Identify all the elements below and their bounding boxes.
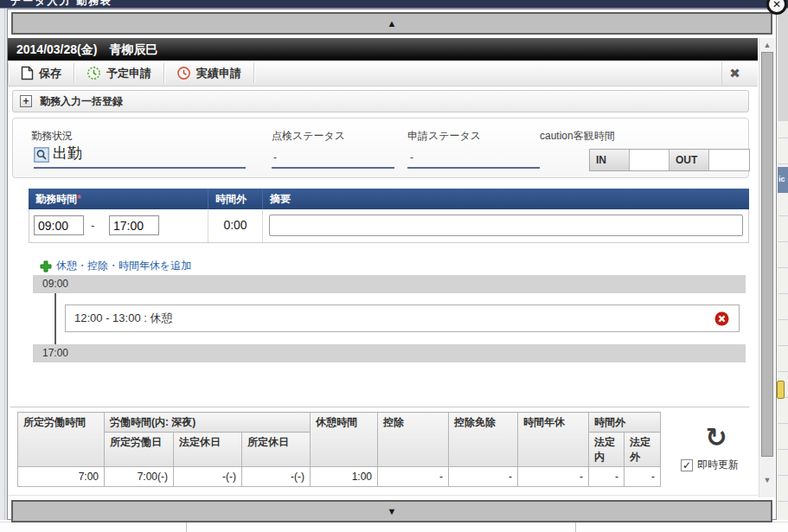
timeline-end-bar: 17:00	[33, 344, 746, 362]
save-button[interactable]: 保存	[9, 61, 74, 86]
break-item-label: 12:00 - 13:00 : 休憩	[74, 311, 172, 326]
check-status-underline	[272, 167, 394, 169]
out-value-cell	[709, 150, 749, 170]
col-legal-out: 法定外	[625, 433, 661, 467]
immediate-update-label: 即時更新	[697, 458, 739, 472]
actual-apply-label: 実績申請	[196, 66, 241, 81]
background-left-strip	[0, 9, 7, 520]
val-deduction: -	[378, 467, 449, 487]
actual-apply-button[interactable]: 実績申請	[164, 61, 253, 86]
timeline-start-label: 09:00	[42, 278, 68, 290]
scrollbar-thumb[interactable]	[761, 52, 773, 457]
required-mark: *	[77, 193, 81, 205]
check-icon: ✓	[682, 459, 691, 471]
out-header: OUT	[669, 150, 709, 170]
add-plus-icon	[40, 260, 52, 272]
col-hourly-leave: 時間年休	[518, 413, 589, 467]
close-x-glyph: ✕	[772, 0, 781, 10]
check-status-label: 点検ステータス	[272, 129, 345, 144]
col-deduction: 控除	[378, 413, 449, 467]
apply-status-value: -	[410, 151, 413, 163]
expand-icon[interactable]: +	[20, 95, 32, 107]
in-header: IN	[590, 150, 630, 170]
summary-table: 所定労働時間 労働時間(内: 深夜) 休憩時間 控除 控除免除 時間年休 時間外…	[17, 412, 661, 487]
dialog-close-button[interactable]: ✖	[721, 62, 747, 85]
val-scheduled-work-time: 7:00	[18, 467, 105, 487]
val-scheduled-work-day: 7:00(-)	[105, 467, 174, 487]
work-status-label: 勤務状況	[31, 129, 73, 144]
work-time-header: 勤務時間*	[29, 189, 208, 209]
val-legal-holiday: -(-)	[174, 467, 242, 487]
background-header-text: データ入力 勤務表	[10, 0, 112, 9]
content-bottom-border	[8, 495, 758, 496]
bulk-entry-section: + 勤務入力一括登録	[12, 90, 749, 112]
end-time-input[interactable]	[109, 215, 159, 235]
refresh-icon[interactable]: ↻	[701, 422, 732, 452]
bulk-entry-label: 勤務入力一括登録	[40, 94, 123, 109]
background-blue-cell: ic	[778, 167, 788, 193]
overtime-header: 時間外	[208, 189, 262, 209]
val-legal-out: -	[625, 467, 661, 487]
summary-separator	[10, 407, 749, 407]
dialog-title: 2014/03/28(金) 青柳辰巳	[8, 38, 758, 61]
document-icon	[21, 66, 34, 80]
actual-clock-icon	[176, 66, 191, 80]
save-label: 保存	[39, 66, 61, 81]
timeline-end-label: 17:00	[42, 347, 68, 359]
immediate-update-checkbox[interactable]: ✓	[681, 459, 693, 471]
objective-time-label: caution客観時間	[540, 129, 615, 144]
work-status-value: 出勤	[53, 144, 82, 163]
background-note-icon	[777, 381, 785, 399]
scrollbar-down-icon[interactable]: ▼	[759, 476, 775, 484]
objective-time-table: IN OUT	[589, 149, 750, 171]
schedule-clock-icon	[86, 66, 101, 80]
col-legal-in: 法定内	[589, 433, 625, 467]
apply-status-underline	[407, 167, 540, 169]
dialog-scrollbar: ▲ ▼	[759, 38, 775, 497]
val-legal-in: -	[589, 467, 625, 487]
add-break-link[interactable]: 休憩・控除・時間年休を追加	[40, 259, 191, 273]
delete-icon[interactable]	[714, 311, 729, 326]
schedule-apply-button[interactable]: 予定申請	[74, 61, 163, 86]
time-range-dash: -	[91, 219, 94, 232]
schedule-apply-label: 予定申請	[106, 66, 151, 81]
col-break-time: 休憩時間	[311, 413, 378, 467]
screen: データ入力 勤務表 ic ✕ ▲ 2014/03/28(金) 青柳辰巳 保存	[0, 0, 788, 532]
search-icon[interactable]	[34, 147, 49, 163]
val-hourly-leave: -	[518, 467, 589, 487]
val-scheduled-holiday: -(-)	[242, 467, 311, 487]
col-scheduled-holiday: 所定休日	[242, 433, 311, 467]
col-work-time-group: 労働時間(内: 深夜)	[105, 413, 311, 433]
background-cell-text: ic	[778, 175, 785, 183]
work-time-table: 勤務時間* 時間外 摘要 - 0:00	[29, 189, 749, 243]
summary-input[interactable]	[269, 215, 743, 236]
timeline-start-bar: 09:00	[33, 275, 746, 293]
scroll-down-button[interactable]: ▼	[11, 500, 772, 522]
start-time-input[interactable]	[34, 215, 84, 235]
close-icon: ✖	[729, 66, 740, 80]
val-deduction-exempt: -	[449, 467, 518, 487]
work-table-header: 勤務時間* 時間外 摘要	[29, 189, 749, 209]
in-value-cell	[630, 150, 669, 170]
apply-status-label: 申請ステータス	[407, 129, 481, 144]
work-table-body: - 0:00	[29, 209, 749, 243]
col-overtime-group: 時間外	[589, 413, 661, 433]
col-scheduled-work-day: 所定労働日	[105, 433, 174, 467]
background-page-header: データ入力 勤務表	[0, 0, 788, 9]
overtime-value: 0:00	[208, 218, 262, 232]
toolbar: 保存 予定申請 実績申請 ✖	[8, 61, 758, 87]
timeline-connector	[54, 293, 56, 344]
arrow-up-icon: ▲	[388, 18, 397, 29]
status-fields-panel: 勤務状況 点検ステータス 申請ステータス caution客観時間 出勤 - - …	[12, 118, 749, 178]
work-status-underline	[34, 167, 246, 169]
val-break-time: 1:00	[311, 467, 378, 487]
scrollbar-up-icon[interactable]: ▲	[759, 41, 775, 49]
scroll-up-button[interactable]: ▲	[11, 12, 772, 35]
col-legal-holiday: 法定休日	[174, 433, 242, 467]
col-deduction-exempt: 控除免除	[449, 413, 518, 467]
immediate-update-control: ✓ 即時更新	[681, 458, 739, 472]
add-break-label: 休憩・控除・時間年休を追加	[56, 259, 191, 273]
arrow-down-icon: ▼	[388, 506, 397, 516]
break-item-row: 12:00 - 13:00 : 休憩	[65, 304, 740, 332]
col-scheduled-work-time: 所定労働時間	[18, 413, 105, 467]
